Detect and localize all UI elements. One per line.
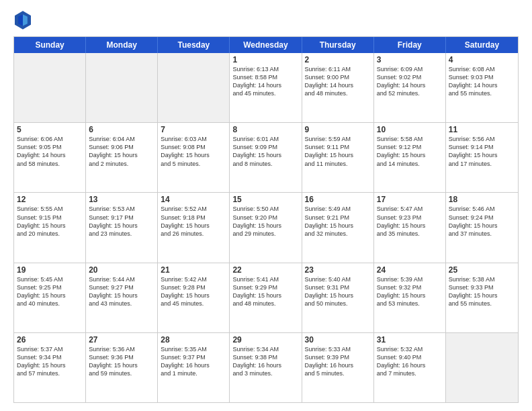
calendar-cell: 9Sunrise: 5:59 AM Sunset: 9:11 PM Daylig… — [302, 123, 374, 192]
calendar-row-1: 1Sunrise: 6:13 AM Sunset: 8:58 PM Daylig… — [14, 53, 518, 123]
day-number: 2 — [305, 55, 371, 64]
calendar-cell: 24Sunrise: 5:39 AM Sunset: 9:32 PM Dayli… — [374, 263, 446, 332]
day-header-saturday: Saturday — [446, 37, 518, 53]
calendar-cell: 31Sunrise: 5:32 AM Sunset: 9:40 PM Dayli… — [374, 333, 446, 402]
day-number: 18 — [449, 195, 515, 204]
calendar-cell: 19Sunrise: 5:45 AM Sunset: 9:25 PM Dayli… — [14, 263, 86, 332]
calendar-cell: 30Sunrise: 5:33 AM Sunset: 9:39 PM Dayli… — [302, 333, 374, 402]
day-number: 6 — [89, 125, 154, 134]
day-header-tuesday: Tuesday — [158, 37, 230, 53]
day-number: 24 — [377, 265, 443, 275]
day-number: 4 — [449, 55, 515, 64]
day-header-monday: Monday — [86, 37, 158, 53]
day-number: 13 — [89, 195, 154, 204]
day-number: 21 — [161, 265, 226, 275]
calendar-cell: 20Sunrise: 5:44 AM Sunset: 9:27 PM Dayli… — [86, 263, 158, 332]
day-number: 15 — [232, 195, 298, 204]
day-info: Sunrise: 5:42 AM Sunset: 9:28 PM Dayligh… — [161, 275, 226, 308]
day-info: Sunrise: 6:11 AM Sunset: 9:00 PM Dayligh… — [305, 65, 371, 98]
day-info: Sunrise: 6:13 AM Sunset: 8:58 PM Dayligh… — [232, 65, 298, 98]
day-number: 3 — [377, 55, 443, 64]
day-info: Sunrise: 5:40 AM Sunset: 9:31 PM Dayligh… — [305, 275, 371, 308]
day-info: Sunrise: 5:45 AM Sunset: 9:25 PM Dayligh… — [17, 275, 83, 308]
day-number: 30 — [305, 335, 371, 345]
day-info: Sunrise: 5:38 AM Sunset: 9:33 PM Dayligh… — [449, 275, 515, 308]
calendar-cell: 21Sunrise: 5:42 AM Sunset: 9:28 PM Dayli… — [158, 263, 230, 332]
day-number: 26 — [17, 335, 83, 345]
day-info: Sunrise: 5:52 AM Sunset: 9:18 PM Dayligh… — [161, 205, 226, 238]
calendar-cell: 25Sunrise: 5:38 AM Sunset: 9:33 PM Dayli… — [446, 263, 518, 332]
calendar-cell: 29Sunrise: 5:34 AM Sunset: 9:38 PM Dayli… — [230, 333, 302, 402]
calendar-cell: 8Sunrise: 6:01 AM Sunset: 9:09 PM Daylig… — [230, 123, 302, 192]
calendar-cell: 7Sunrise: 6:03 AM Sunset: 9:08 PM Daylig… — [158, 123, 230, 192]
day-number: 12 — [17, 195, 83, 204]
day-info: Sunrise: 5:50 AM Sunset: 9:20 PM Dayligh… — [232, 205, 298, 238]
calendar-cell: 1Sunrise: 6:13 AM Sunset: 8:58 PM Daylig… — [230, 53, 302, 122]
calendar-cell: 23Sunrise: 5:40 AM Sunset: 9:31 PM Dayli… — [302, 263, 374, 332]
day-info: Sunrise: 6:08 AM Sunset: 9:03 PM Dayligh… — [449, 65, 515, 98]
day-info: Sunrise: 5:58 AM Sunset: 9:12 PM Dayligh… — [377, 135, 443, 168]
calendar-cell: 13Sunrise: 5:53 AM Sunset: 9:17 PM Dayli… — [86, 193, 158, 262]
calendar-cell: 14Sunrise: 5:52 AM Sunset: 9:18 PM Dayli… — [158, 193, 230, 262]
day-info: Sunrise: 6:03 AM Sunset: 9:08 PM Dayligh… — [161, 135, 226, 168]
logo — [13, 11, 34, 30]
calendar-cell: 15Sunrise: 5:50 AM Sunset: 9:20 PM Dayli… — [230, 193, 302, 262]
day-header-sunday: Sunday — [14, 37, 86, 53]
calendar-cell: 2Sunrise: 6:11 AM Sunset: 9:00 PM Daylig… — [302, 53, 374, 122]
day-number: 14 — [161, 195, 226, 204]
header — [13, 11, 519, 30]
day-number: 8 — [232, 125, 298, 134]
day-number: 29 — [232, 335, 298, 345]
day-number: 19 — [17, 265, 83, 275]
day-info: Sunrise: 5:59 AM Sunset: 9:11 PM Dayligh… — [305, 135, 371, 168]
page: SundayMondayTuesdayWednesdayThursdayFrid… — [0, 0, 532, 411]
day-info: Sunrise: 6:06 AM Sunset: 9:05 PM Dayligh… — [17, 135, 83, 168]
day-number: 11 — [449, 125, 515, 134]
day-info: Sunrise: 5:55 AM Sunset: 9:15 PM Dayligh… — [17, 205, 83, 238]
day-info: Sunrise: 5:53 AM Sunset: 9:17 PM Dayligh… — [89, 205, 154, 238]
calendar-cell: 5Sunrise: 6:06 AM Sunset: 9:05 PM Daylig… — [14, 123, 86, 192]
day-header-wednesday: Wednesday — [230, 37, 302, 53]
calendar-cell: 3Sunrise: 6:09 AM Sunset: 9:02 PM Daylig… — [374, 53, 446, 122]
day-info: Sunrise: 5:46 AM Sunset: 9:24 PM Dayligh… — [449, 205, 515, 238]
day-number: 25 — [449, 265, 515, 275]
calendar-cell: 16Sunrise: 5:49 AM Sunset: 9:21 PM Dayli… — [302, 193, 374, 262]
calendar-row-4: 19Sunrise: 5:45 AM Sunset: 9:25 PM Dayli… — [14, 263, 518, 333]
day-info: Sunrise: 5:34 AM Sunset: 9:38 PM Dayligh… — [232, 345, 298, 378]
day-number: 17 — [377, 195, 443, 204]
calendar-cell: 17Sunrise: 5:47 AM Sunset: 9:23 PM Dayli… — [374, 193, 446, 262]
calendar-cell: 6Sunrise: 6:04 AM Sunset: 9:06 PM Daylig… — [86, 123, 158, 192]
calendar-cell: 27Sunrise: 5:36 AM Sunset: 9:36 PM Dayli… — [86, 333, 158, 402]
day-number: 20 — [89, 265, 154, 275]
day-header-friday: Friday — [374, 37, 446, 53]
calendar-body: 1Sunrise: 6:13 AM Sunset: 8:58 PM Daylig… — [14, 53, 518, 402]
day-info: Sunrise: 6:09 AM Sunset: 9:02 PM Dayligh… — [377, 65, 443, 98]
day-info: Sunrise: 5:49 AM Sunset: 9:21 PM Dayligh… — [305, 205, 371, 238]
day-number: 31 — [377, 335, 443, 345]
day-info: Sunrise: 6:04 AM Sunset: 9:06 PM Dayligh… — [89, 135, 154, 168]
calendar-row-3: 12Sunrise: 5:55 AM Sunset: 9:15 PM Dayli… — [14, 193, 518, 263]
calendar-row-2: 5Sunrise: 6:06 AM Sunset: 9:05 PM Daylig… — [14, 123, 518, 193]
day-info: Sunrise: 5:35 AM Sunset: 9:37 PM Dayligh… — [161, 345, 226, 378]
calendar-cell — [446, 333, 518, 402]
day-header-thursday: Thursday — [302, 37, 374, 53]
day-number: 16 — [305, 195, 371, 204]
calendar-cell: 26Sunrise: 5:37 AM Sunset: 9:34 PM Dayli… — [14, 333, 86, 402]
calendar-cell: 11Sunrise: 5:56 AM Sunset: 9:14 PM Dayli… — [446, 123, 518, 192]
calendar: SundayMondayTuesdayWednesdayThursdayFrid… — [13, 36, 519, 403]
calendar-cell — [14, 53, 86, 122]
day-info: Sunrise: 5:41 AM Sunset: 9:29 PM Dayligh… — [232, 275, 298, 308]
day-info: Sunrise: 5:32 AM Sunset: 9:40 PM Dayligh… — [377, 345, 443, 378]
day-number: 9 — [305, 125, 371, 134]
day-number: 7 — [161, 125, 226, 134]
day-info: Sunrise: 5:37 AM Sunset: 9:34 PM Dayligh… — [17, 345, 83, 378]
day-info: Sunrise: 5:36 AM Sunset: 9:36 PM Dayligh… — [89, 345, 154, 378]
day-info: Sunrise: 5:56 AM Sunset: 9:14 PM Dayligh… — [449, 135, 515, 168]
day-number: 23 — [305, 265, 371, 275]
calendar-cell: 22Sunrise: 5:41 AM Sunset: 9:29 PM Dayli… — [230, 263, 302, 332]
day-number: 5 — [17, 125, 83, 134]
day-number: 28 — [161, 335, 226, 345]
calendar-cell — [86, 53, 158, 122]
day-info: Sunrise: 6:01 AM Sunset: 9:09 PM Dayligh… — [232, 135, 298, 168]
day-number: 27 — [89, 335, 154, 345]
